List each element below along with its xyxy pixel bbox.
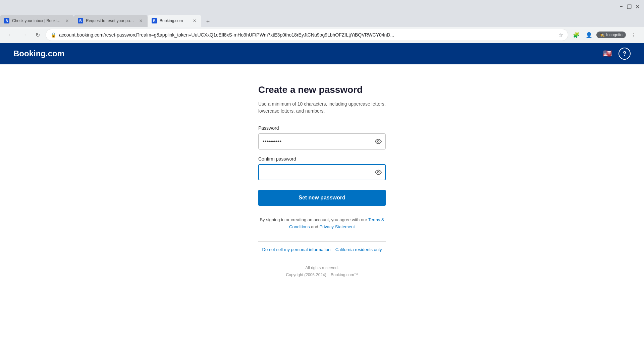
browser-chrome: − ❐ ✕ B Check your inbox | Booking.co ✕ … [0,0,644,43]
privacy-link[interactable]: Privacy Statement [319,224,355,229]
tab-reset-request[interactable]: B Request to reset your password ✕ [74,15,148,27]
lock-icon: 🔒 [51,32,56,38]
restore-button[interactable]: ❐ [627,4,632,9]
tabs-bar: B Check your inbox | Booking.co ✕ B Requ… [0,13,644,27]
site-logo[interactable]: Booking.com [13,49,64,58]
refresh-button[interactable]: ↻ [32,29,43,40]
california-residents-link[interactable]: Do not sell my personal information – Ca… [258,247,386,252]
language-selector[interactable]: 🇺🇸 [601,48,613,60]
incognito-label: Incognito [606,33,623,37]
confirm-password-input[interactable] [258,164,386,180]
browser-actions: 🧩 👤 🕵️ Incognito ⋮ [571,29,639,40]
divider-1 [258,241,386,242]
tab-close-2[interactable]: ✕ [138,18,144,23]
page-content: Booking.com 🇺🇸 ? Create a new password U… [0,43,644,362]
address-bar-row: ← → ↻ 🔒 account.booking.com/reset-passwo… [0,27,644,43]
incognito-badge: 🕵️ Incognito [596,32,626,38]
tab-close-1[interactable]: ✕ [64,18,70,23]
close-window-button[interactable]: ✕ [635,4,640,9]
password-label: Password [258,125,386,131]
site-header: Booking.com 🇺🇸 ? [0,43,644,64]
tab-booking-active[interactable]: B Booking.com ✕ [148,15,201,27]
eye-icon [375,138,382,145]
extensions-button[interactable]: 🧩 [571,29,582,40]
tab-label-2: Request to reset your password [86,18,136,23]
url-display: account.booking.com/reset-password?realm… [59,32,556,38]
tab-favicon-1: B [4,18,9,23]
tab-close-3[interactable]: ✕ [192,18,197,23]
header-actions: 🇺🇸 ? [601,48,631,60]
tab-label-3: Booking.com [160,18,189,23]
new-tab-button[interactable]: + [203,16,213,27]
terms-middle: and [310,224,320,229]
divider-2 [258,259,386,259]
password-input[interactable] [258,133,386,149]
forward-button[interactable]: → [19,29,30,40]
help-button[interactable]: ? [619,48,631,60]
set-new-password-button[interactable]: Set new password [258,190,386,206]
form-container: Create a new password Use a minimum of 1… [258,84,386,279]
back-button[interactable]: ← [5,29,16,40]
title-bar: − ❐ ✕ [0,0,644,13]
tab-label-1: Check your inbox | Booking.co [12,18,62,23]
flag-icon: 🇺🇸 [601,48,613,60]
terms-text: By signing in or creating an account, yo… [258,217,386,231]
confirm-input-wrapper [258,164,386,180]
minimize-button[interactable]: − [619,4,624,9]
password-input-wrapper [258,133,386,149]
tab-check-inbox[interactable]: B Check your inbox | Booking.co ✕ [0,15,74,27]
profile-button[interactable]: 👤 [584,29,594,40]
password-field-group: Password [258,125,386,149]
confirm-eye-icon [375,169,382,176]
svg-point-1 [378,172,379,173]
address-bar[interactable]: 🔒 account.booking.com/reset-password?rea… [46,29,568,41]
main-area: Create a new password Use a minimum of 1… [0,64,644,362]
svg-point-0 [378,141,379,142]
copyright-text: All rights reserved. Copyright (2006-202… [258,264,386,279]
page-title: Create a new password [258,84,386,95]
incognito-icon: 🕵️ [600,33,605,37]
page-subtitle: Use a minimum of 10 characters, includin… [258,101,386,115]
confirm-password-label: Confirm password [258,156,386,162]
tab-favicon-3: B [152,18,157,23]
copyright-line2: Copyright (2006-2024) – Booking.com™ [286,273,358,277]
menu-button[interactable]: ⋮ [628,29,639,40]
confirm-password-field-group: Confirm password [258,156,386,180]
password-toggle-visibility[interactable] [375,138,382,145]
tab-favicon-2: B [78,18,83,23]
bookmark-icon[interactable]: ☆ [558,32,563,38]
copyright-line1: All rights reserved. [305,265,338,270]
confirm-toggle-visibility[interactable] [375,169,382,176]
terms-prefix: By signing in or creating an account, yo… [260,217,368,222]
